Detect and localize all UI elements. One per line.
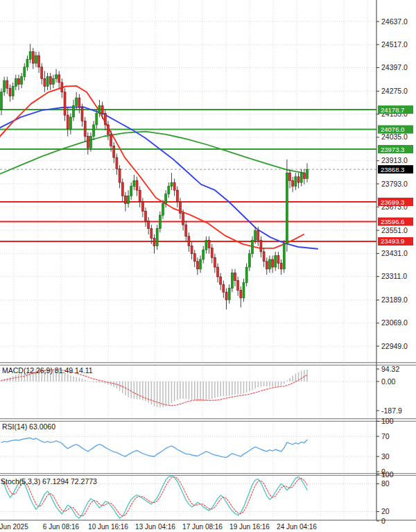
candle-body [257,230,259,240]
stoch-axis-label: 80 [381,479,390,488]
price-tick-label: 24275.0 [381,87,408,95]
candle-body [196,261,198,269]
candle-body [159,215,161,228]
candle-body [220,277,222,284]
time-axis[interactable]: 4 Jun 20256 Jun 08:1610 Jun 16:1613 Jun … [0,523,317,531]
candle-body [64,92,66,115]
candle-body [21,77,23,85]
current-price-badge-text: 23868.3 [381,166,404,173]
candle-body [26,60,28,67]
candle-body [9,88,11,96]
stoch-axis-label: 0 [381,517,385,525]
candle-body [153,239,155,246]
macd-axis-label: 94.32 [381,365,399,373]
candle-body [49,77,51,85]
time-axis-label: 19 Jun 16:16 [229,523,270,531]
candle-body [89,137,92,148]
price-tick-label: 22949.0 [381,342,408,350]
candle-body [124,196,126,204]
macd-axis-label: -187.9 [381,406,402,415]
price-tick-label: 24397.0 [381,63,408,71]
candle-body [225,292,227,300]
candle-body [283,244,285,269]
stoch-indicator-label: Stoch(5,3,3) 67.1294 72.2773 [1,477,97,486]
candle-body [150,229,153,239]
price-tick-label: 23069.0 [381,318,408,327]
candle-body [139,190,141,202]
candle-body [3,80,6,92]
stoch-axis-label: 20 [381,507,390,515]
time-axis-label: 6 Jun 08:16 [43,523,80,531]
candle-body [81,108,83,121]
price-tick-label: 24637.0 [381,17,408,26]
candle-body [148,221,150,229]
candle-body [176,190,178,202]
candle-body [136,180,138,190]
candle-body [73,105,75,117]
candle-body [1,92,3,110]
rsi-axis-label: 70 [381,432,390,440]
candle-body [182,213,184,225]
resistance-price-badge-text: 23973.3 [381,146,404,153]
price-tick-label: 24517.0 [381,40,408,49]
price-tick-label: 24035.0 [381,132,408,141]
candle-body [141,202,144,212]
candle-body [292,180,294,186]
price-tick-label: 23311.0 [381,272,407,280]
candle-body [121,182,123,196]
time-axis-label: 24 Jun 04:16 [277,523,317,531]
candle-body [165,194,167,204]
candle-body [96,113,98,125]
candle-body [240,290,242,298]
candle-body [214,257,216,267]
candle-body [266,261,268,269]
chart-window: 24637.024517.024397.024275.024155.024035… [0,0,416,532]
support-price-badge-text: 23699.3 [381,198,404,206]
candle-body [128,196,130,204]
candle-body [130,187,132,196]
candle-body [173,182,175,190]
price-tick-label: 23551.0 [381,226,408,234]
candle-body [41,67,43,79]
time-axis-label: 10 Jun 16:16 [88,523,128,531]
macd-indicator-label: MACD(12,26,9) 81.49 14.11 [2,366,93,375]
candle-body [107,125,109,135]
candle-body [289,173,291,180]
rsi-indicator-label: RSI(14) 63.0060 [2,422,55,431]
price-tick-label: 23431.0 [381,249,408,257]
candle-body [208,240,210,248]
candle-body [116,157,118,169]
candle-body [98,105,101,113]
candle-body [205,240,207,250]
candle-body [55,75,58,79]
candle-body [193,254,196,261]
candle-body [234,273,236,280]
candle-body [188,237,190,246]
rsi-axis-label: 30 [381,452,390,461]
candle-body [223,284,225,292]
candle-body [217,267,219,277]
candle-body [228,289,230,300]
candle-body [87,137,89,148]
candle-body [24,67,26,77]
candle-body [179,202,181,214]
candle-body [268,259,270,269]
candle-body [156,229,158,246]
candle-body [260,240,262,252]
candle-body [306,169,309,178]
candle-body [46,77,49,87]
candle-body [58,75,60,83]
candle-body [303,173,305,178]
candle-body [35,55,37,63]
candle-body [69,117,71,129]
candle-body [248,254,250,267]
rsi-axis-label: 100 [381,417,394,425]
candle-body [84,121,86,136]
candle-body [211,248,213,257]
candle-body [44,78,46,86]
candle-body [15,78,17,86]
candle-body [286,173,288,244]
candle-body [145,212,147,221]
candle-body [76,98,78,105]
time-axis-label: 4 Jun 2025 [0,523,28,531]
